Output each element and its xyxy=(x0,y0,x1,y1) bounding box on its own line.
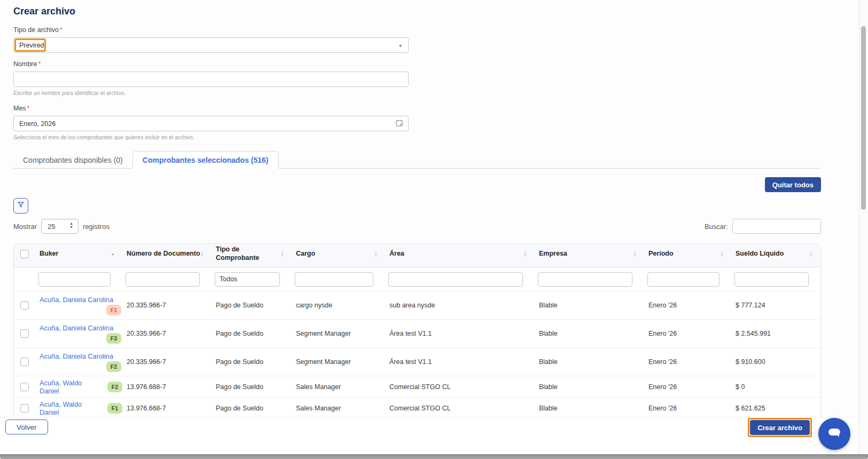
tab-bar: Comprobantes disponibles (0) Comprobante… xyxy=(13,151,821,169)
tipo-select[interactable]: Previred ▾ xyxy=(13,37,409,53)
cell-empresa: Blable xyxy=(535,383,644,391)
filter-select-tipo-comprobante[interactable] xyxy=(215,272,280,287)
required-asterisk: * xyxy=(27,105,30,112)
sort-icon: ▲▼ xyxy=(633,251,637,257)
sort-icon: ▲▼ xyxy=(280,251,284,257)
col-header-buker[interactable]: Buker ▲ xyxy=(35,250,122,258)
calendar-icon[interactable] xyxy=(395,119,403,129)
sort-icon: ▲▼ xyxy=(523,251,527,257)
mes-label-text: Mes xyxy=(13,105,26,112)
row-checkbox[interactable] xyxy=(20,383,29,391)
document-badge: F2 xyxy=(107,382,122,392)
comprobantes-table: Buker ▲ Número de Documento ▲▼ Tipo de C… xyxy=(13,243,821,419)
cell-area: Área test V1.1 xyxy=(385,330,535,337)
required-asterisk: * xyxy=(60,26,62,34)
col-header-sueldo-liquido[interactable]: Sueldo Líquido ▲▼ xyxy=(731,250,820,258)
cell-documento: 20.335.966-7 xyxy=(122,302,212,309)
nombre-input[interactable] xyxy=(14,72,408,86)
document-badge: F2 xyxy=(106,361,121,372)
chat-widget-button[interactable] xyxy=(818,418,850,450)
row-checkbox[interactable] xyxy=(20,358,29,366)
cell-periodo: Enero '26 xyxy=(644,330,731,337)
row-checkbox[interactable] xyxy=(20,301,29,310)
col-header-periodo[interactable]: Período ▲▼ xyxy=(644,250,731,258)
page-title: Crear archivo xyxy=(13,6,75,17)
cell-periodo: Enero '26 xyxy=(644,358,731,366)
cell-sueldo: $ 910.600 xyxy=(731,358,820,366)
sort-icon: ▲▼ xyxy=(809,251,813,257)
bulk-actions-row: Quitar todos xyxy=(13,177,821,192)
cell-tipo: Pago de Sueldo xyxy=(212,405,292,412)
page-size-select[interactable]: 25 ▲▼ xyxy=(41,219,79,234)
back-button[interactable]: Volver xyxy=(5,420,48,434)
filter-input-numero-documento[interactable] xyxy=(126,272,200,287)
employee-link[interactable]: Acuña, Daniela Carolina xyxy=(40,324,113,332)
document-badge: F1 xyxy=(106,305,121,315)
sort-icon: ▲▼ xyxy=(374,251,378,257)
tab-comprobantes-seleccionados[interactable]: Comprobantes seleccionados (516) xyxy=(132,151,279,169)
filter-input-periodo[interactable] xyxy=(647,272,720,287)
mes-input[interactable] xyxy=(14,116,408,131)
select-all-checkbox[interactable] xyxy=(20,250,29,258)
cell-cargo: Segment Manager xyxy=(292,358,385,366)
funnel-icon xyxy=(17,201,25,211)
vertical-scrollbar-track xyxy=(859,0,868,455)
cell-documento: 13.976.668-7 xyxy=(122,405,212,412)
show-label: Mostrar xyxy=(13,223,37,231)
field-nombre: Nombre* Escribe un nombre para identific… xyxy=(13,60,409,96)
col-header-numero-documento[interactable]: Número de Documento ▲▼ xyxy=(122,250,212,258)
employee-link[interactable]: Acuña, Waldo Daniel xyxy=(40,400,103,416)
col-label: Cargo xyxy=(296,250,315,258)
cell-periodo: Enero '26 xyxy=(644,405,731,412)
filter-input-sueldo-liquido[interactable] xyxy=(734,272,809,287)
cell-area: Área test V1.1 xyxy=(385,358,535,366)
page-size-value: 25 xyxy=(48,223,55,231)
mes-label: Mes* xyxy=(13,105,409,112)
create-file-button[interactable]: Crear archivo xyxy=(750,420,810,435)
sort-asc-icon: ▲ xyxy=(111,252,115,256)
filter-input-cargo[interactable] xyxy=(295,272,373,287)
vertical-scrollbar-thumb[interactable] xyxy=(861,26,866,210)
cell-documento: 13.976.668-7 xyxy=(122,383,212,391)
tab-comprobantes-disponibles[interactable]: Comprobantes disponibles (0) xyxy=(13,151,132,169)
nombre-helper-text: Escribe un nombre para identificar el ar… xyxy=(13,90,409,96)
stepper-icon: ▲▼ xyxy=(69,221,73,229)
filter-toggle-button[interactable] xyxy=(13,198,28,213)
cell-area: Comercial STGO CL xyxy=(385,405,535,412)
col-header-tipo-comprobante[interactable]: Tipo de Comprobante ▲▼ xyxy=(212,246,292,262)
col-label: Empresa xyxy=(539,250,567,258)
employee-link[interactable]: Acuña, Waldo Daniel xyxy=(40,379,103,395)
cell-area: sub area nysde xyxy=(385,302,535,309)
filter-input-area[interactable] xyxy=(388,272,523,287)
cell-cargo: cargo nysde xyxy=(292,302,385,309)
tipo-label: Tipo de archivo* xyxy=(13,26,409,34)
cell-documento: 20.335.966-7 xyxy=(122,358,212,366)
filter-input-empresa[interactable] xyxy=(538,272,632,287)
row-checkbox[interactable] xyxy=(20,329,29,338)
employee-link[interactable]: Acuña, Daniela Carolina xyxy=(40,352,113,360)
nombre-label: Nombre* xyxy=(13,60,409,68)
cell-sueldo: $ 621.625 xyxy=(731,405,820,412)
table-row: Acuña, Waldo Daniel F2 13.976.668-7 Pago… xyxy=(14,376,820,398)
chevron-down-icon: ▾ xyxy=(399,42,402,48)
cell-empresa: Blable xyxy=(535,358,644,366)
col-header-cargo[interactable]: Cargo ▲▼ xyxy=(292,250,385,258)
remove-all-button[interactable]: Quitar todos xyxy=(765,177,821,192)
tipo-selected-value-highlight: Previred xyxy=(14,38,46,52)
table-row: Acuña, Daniela Carolina F3 20.335.966-7 … xyxy=(14,320,820,348)
window-bottom-edge xyxy=(0,454,868,459)
cell-tipo: Pago de Sueldo xyxy=(212,330,292,337)
filter-input-buker[interactable] xyxy=(38,272,111,287)
table-filter-row xyxy=(14,267,820,291)
col-label: Tipo de Comprobante xyxy=(216,246,265,262)
cell-cargo: Sales Manager xyxy=(292,383,385,391)
search-input[interactable] xyxy=(732,219,821,234)
col-label: Número de Documento xyxy=(127,250,200,258)
sort-icon: ▲▼ xyxy=(200,251,204,257)
employee-link[interactable]: Acuña, Daniela Carolina xyxy=(40,296,113,304)
tipo-label-text: Tipo de archivo xyxy=(13,26,59,34)
col-header-area[interactable]: Área ▲▼ xyxy=(385,250,535,258)
mes-datepicker[interactable] xyxy=(13,116,409,131)
col-header-empresa[interactable]: Empresa ▲▼ xyxy=(535,250,644,258)
row-checkbox[interactable] xyxy=(20,404,29,413)
